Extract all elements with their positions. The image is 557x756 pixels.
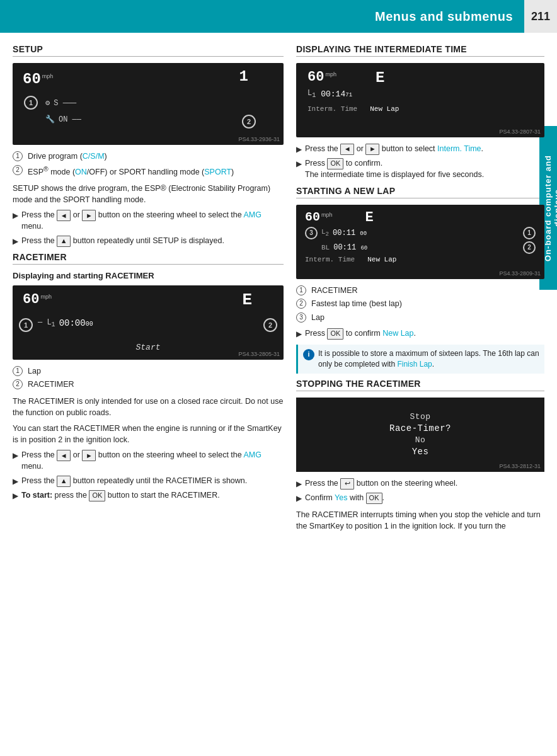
newlap-instr1: ▶ Press OK to confirm New Lap. <box>296 328 544 340</box>
rt-para2: You can start the RACETIMER when the eng… <box>13 423 284 445</box>
rt-instr2: ▶ Press the ▲ button repeatedly until th… <box>13 476 284 487</box>
setup-section: SETUP 60 mph 1 1 2 ⚙ <box>13 44 284 247</box>
stop-instructions: ▶ Press the ↩ button on the steering whe… <box>296 478 544 504</box>
rt-items: 1 Lap 2 RACETIMER <box>13 366 284 391</box>
newlap-screen-image: 60 mph E 3 L2 00:11 00 1 BL 00:11 60 <box>296 205 544 279</box>
rt-item-rt: 2 RACETIMER <box>13 379 284 391</box>
stop-screen-image: Stop Race-Timer? No Yes PS4.33-2812-31 <box>296 398 544 472</box>
stop-photo-ref: PS4.33-2812-31 <box>499 463 541 469</box>
setup-title: SETUP <box>13 44 284 57</box>
racetimer-title: RACETIMER <box>13 252 284 265</box>
racetimer-section: RACETIMER Displaying and starting RACETI… <box>13 252 284 501</box>
left-column: SETUP 60 mph 1 1 2 ⚙ <box>13 44 284 536</box>
stop-para: The RACETIMER interrupts timing when you… <box>296 509 544 532</box>
int-instr2: ▶ Press OK to confirm.The intermediate t… <box>296 158 544 181</box>
int-instructions: ▶ Press the ◄ or ► button to select Inte… <box>296 144 544 181</box>
intermediate-screen-image: 60 mph E L1 00:1471 Interm. Time New Lap… <box>296 63 544 137</box>
setup-badge2: 2 <box>242 115 256 129</box>
int-instr1: ▶ Press the ◄ or ► button to select Inte… <box>296 144 544 155</box>
setup-screen-image: 60 mph 1 1 2 ⚙ S ——— 🔧 <box>13 63 284 145</box>
newlap-section: Starting a new lap 60 mph E 3 L2 00:11 0… <box>296 186 544 374</box>
rt-instr3: ▶ To start: press the OK button to start… <box>13 490 284 501</box>
intermediate-title: Displaying the intermediate time <box>296 44 544 57</box>
rt-instr1: ▶ Press the ◄ or ► button on the steerin… <box>13 450 284 472</box>
newlap-photo-ref: PS4.33-2809-31 <box>499 270 541 277</box>
newlap-item3: 3 Lap <box>296 312 544 324</box>
setup-para1: SETUP shows the drive program, the ESP® … <box>13 183 284 205</box>
stop-instr1: ▶ Press the ↩ button on the steering whe… <box>296 478 544 490</box>
racetimer-subsection-title: Displaying and starting RACETIMER <box>13 271 284 280</box>
setup-item2: 2 ESP® mode (ON/OFF) or SPORT handling m… <box>13 165 284 178</box>
racetimer-screen-image: 60 mph E 1 — L1 00:0000 2 Start <box>13 285 284 360</box>
rt-photo-ref1: PS4.33-2805-31 <box>238 351 280 357</box>
stop-section: Stopping the RACETIMER Stop Race-Timer? … <box>296 379 544 532</box>
intermediate-section: Displaying the intermediate time 60 mph … <box>296 44 544 181</box>
stop-instr2: ▶ Confirm Yes with OK. <box>296 493 544 504</box>
setup-badge1: 1 <box>24 96 38 110</box>
stop-title: Stopping the RACETIMER <box>296 379 544 391</box>
setup-speed-value: 60 <box>23 71 41 88</box>
setup-items: 1 Drive program (C/S/M) 2 ESP® mode (ON/… <box>13 151 284 178</box>
page-number: 211 <box>524 0 557 33</box>
setup-instr2: ▶ Press the ▲ button repeatedly until SE… <box>13 236 284 247</box>
setup-instr1: ▶ Press the ◄ or ► button on the steerin… <box>13 210 284 232</box>
header-title-bar: Menus and submenus <box>0 0 524 33</box>
info-icon: i <box>303 349 314 360</box>
setup-num1: 1 <box>239 68 248 85</box>
setup-instructions: ▶ Press the ◄ or ► button on the steerin… <box>13 210 284 247</box>
setup-photo-ref: PS4.33-2936-31 <box>238 136 280 142</box>
newlap-infobox: i It is possible to store a maximum of s… <box>296 345 544 374</box>
rt-item-lap: 1 Lap <box>13 366 284 377</box>
rt-instructions: ▶ Press the ◄ or ► button on the steerin… <box>13 450 284 501</box>
main-content: SETUP 60 mph 1 1 2 ⚙ <box>0 33 557 547</box>
newlap-item2: 2 Fastest lap time (best lap) <box>296 299 544 310</box>
page-header: Menus and submenus 211 <box>0 0 557 33</box>
newlap-instructions: ▶ Press OK to confirm New Lap. <box>296 328 544 340</box>
right-column: Displaying the intermediate time 60 mph … <box>296 44 544 536</box>
newlap-title: Starting a new lap <box>296 186 544 198</box>
rt-para1: The RACETIMER is only intended for use o… <box>13 396 284 418</box>
newlap-item1: 1 RACETIMER <box>296 285 544 297</box>
newlap-items: 1 RACETIMER 2 Fastest lap time (best lap… <box>296 285 544 324</box>
int-photo-ref: PS4.33-2807-31 <box>499 129 541 135</box>
setup-item1: 1 Drive program (C/S/M) <box>13 151 284 163</box>
page-title: Menus and submenus <box>375 9 513 24</box>
